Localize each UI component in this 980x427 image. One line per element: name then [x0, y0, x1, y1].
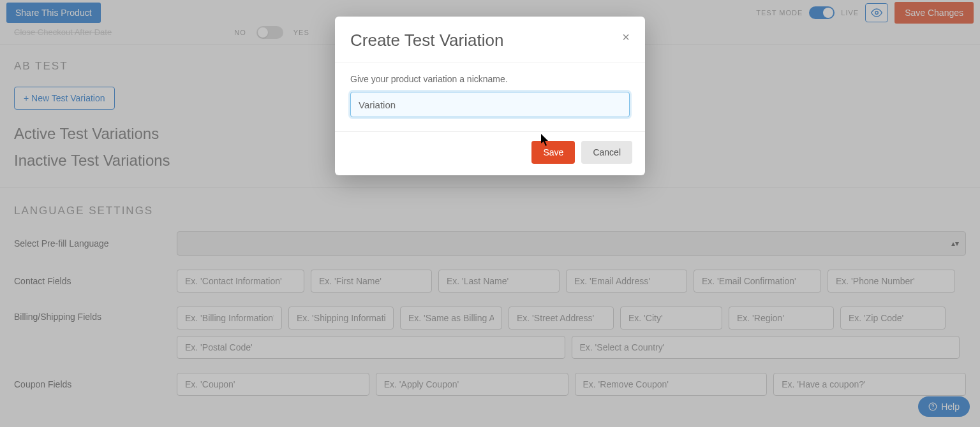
create-variation-modal: Create Test Variation × Give your produc… [335, 17, 645, 175]
modal-save-button[interactable]: Save [531, 141, 575, 164]
modal-close-button[interactable]: × [622, 31, 630, 43]
close-icon: × [622, 30, 630, 44]
modal-cancel-button[interactable]: Cancel [581, 141, 632, 164]
modal-title: Create Test Variation [350, 31, 503, 50]
variation-name-input[interactable] [350, 92, 630, 117]
modal-instruction: Give your product variation a nickname. [350, 74, 630, 84]
